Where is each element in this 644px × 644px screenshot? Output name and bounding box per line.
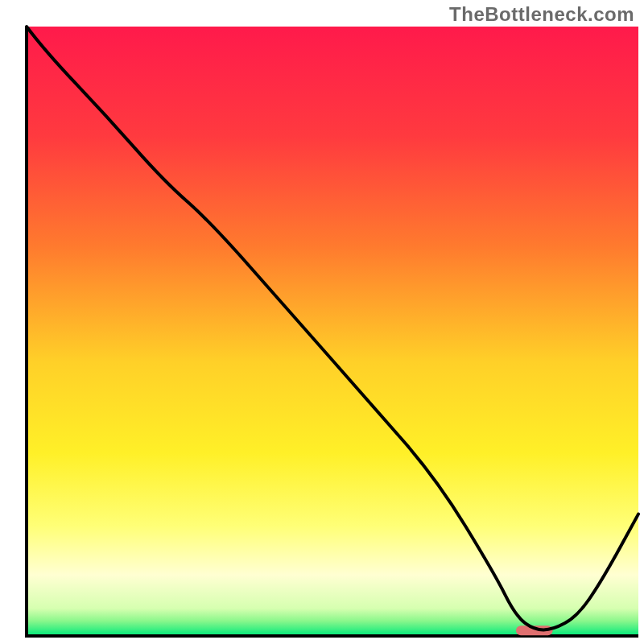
chart-svg (0, 0, 644, 644)
watermark-text: TheBottleneck.com (449, 3, 634, 26)
plot-background (27, 27, 638, 636)
chart-canvas: TheBottleneck.com (0, 0, 644, 644)
